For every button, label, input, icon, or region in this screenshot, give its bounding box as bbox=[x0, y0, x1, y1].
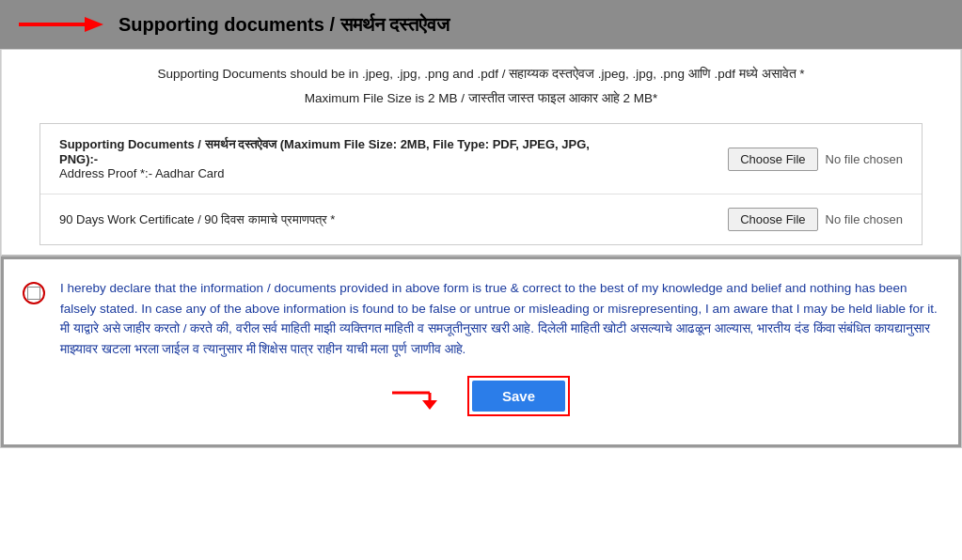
info-section: Supporting Documents should be in .jpeg,… bbox=[1, 50, 961, 257]
svg-marker-1 bbox=[85, 17, 103, 32]
upload-row-1: Supporting Documents / समर्थन दस्तऐवज (M… bbox=[40, 124, 922, 194]
upload-row-2: 90 Days Work Certificate / 90 दिवस कामाच… bbox=[40, 194, 922, 244]
declaration-checkbox[interactable] bbox=[27, 287, 40, 300]
declaration-row: I hereby declare that the information / … bbox=[23, 278, 939, 359]
file-input-group-1: Choose File No file chosen bbox=[728, 148, 903, 171]
save-arrow-icon bbox=[392, 383, 458, 410]
save-area: Save bbox=[23, 359, 939, 426]
arrow-icon bbox=[19, 11, 103, 38]
checkbox-outer[interactable] bbox=[23, 282, 45, 304]
page-title: Supporting documents / समर्थन दस्तऐवज bbox=[118, 14, 449, 36]
save-button[interactable]: Save bbox=[472, 381, 565, 412]
info-line-2: Maximum File Size is 2 MB / जास्तीत जास्… bbox=[39, 91, 923, 106]
declaration-section: I hereby declare that the information / … bbox=[1, 257, 961, 447]
upload-label-2: 90 Days Work Certificate / 90 दिवस कामाच… bbox=[59, 212, 623, 227]
file-input-group-2: Choose File No file chosen bbox=[728, 208, 903, 231]
upload-label-1-sub: Address Proof *:- Aadhar Card bbox=[59, 166, 225, 180]
info-line-1: Supporting Documents should be in .jpeg,… bbox=[39, 67, 923, 82]
no-file-label-2: No file chosen bbox=[826, 212, 903, 226]
declaration-text: I hereby declare that the information / … bbox=[60, 278, 939, 359]
declaration-marathi: मी याद्वारे असे जाहीर करतो / करते की, वर… bbox=[60, 321, 930, 356]
no-file-label-1: No file chosen bbox=[826, 152, 903, 166]
upload-label-1-bold: Supporting Documents / समर्थन दस्तऐवज (M… bbox=[59, 137, 590, 166]
declaration-english: I hereby declare that the information / … bbox=[60, 281, 938, 316]
save-button-wrapper: Save bbox=[467, 376, 570, 416]
choose-file-button-2[interactable]: Choose File bbox=[728, 208, 817, 231]
upload-label-2-text: 90 Days Work Certificate / 90 दिवस कामाच… bbox=[59, 212, 335, 226]
svg-marker-4 bbox=[422, 400, 437, 410]
checkbox-wrapper[interactable] bbox=[23, 282, 45, 304]
upload-label-1: Supporting Documents / समर्थन दस्तऐवज (M… bbox=[59, 137, 623, 180]
header-section: Supporting documents / समर्थन दस्तऐवज bbox=[0, 0, 962, 49]
upload-section: Supporting Documents / समर्थन दस्तऐवज (M… bbox=[39, 123, 923, 245]
choose-file-button-1[interactable]: Choose File bbox=[728, 148, 817, 171]
